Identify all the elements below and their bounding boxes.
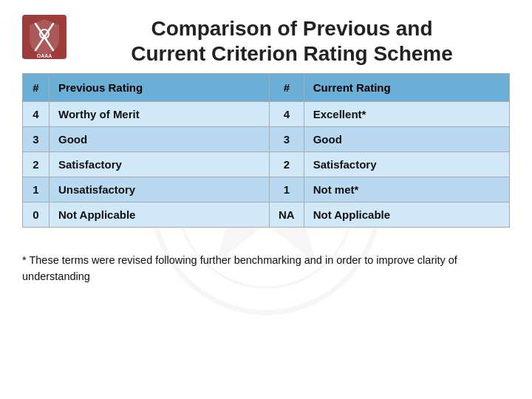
cell-prev-num: 2 xyxy=(23,152,50,177)
header-curr-num: # xyxy=(270,74,304,102)
title-line1: Comparison of Previous and xyxy=(151,17,432,40)
cell-prev-num: 3 xyxy=(23,127,50,152)
svg-text:OAAA: OAAA xyxy=(37,53,52,58)
header: OAAA Comparison of Previous and Current … xyxy=(0,0,532,73)
cell-curr-num: 3 xyxy=(270,127,304,152)
logo-area: OAAA xyxy=(15,13,74,61)
cell-curr-num: NA xyxy=(270,202,304,228)
content-area: # Previous Rating # Current Rating 4Wort… xyxy=(0,73,532,239)
cell-prev-label: Worthy of Merit xyxy=(50,102,270,127)
cell-curr-label: Excellent* xyxy=(304,102,509,127)
table-row: 3Good3Good xyxy=(23,127,510,152)
page-title: Comparison of Previous and Current Crite… xyxy=(74,16,510,66)
cell-curr-num: 2 xyxy=(270,152,304,177)
table-wrapper: # Previous Rating # Current Rating 4Wort… xyxy=(22,73,510,228)
cell-prev-label: Satisfactory xyxy=(50,152,270,177)
table-row: 1Unsatisfactory1Not met* xyxy=(23,177,510,202)
table-row: 0Not ApplicableNANot Applicable xyxy=(23,202,510,228)
table-row: 2Satisfactory2Satisfactory xyxy=(23,152,510,177)
cell-prev-num: 1 xyxy=(23,177,50,202)
footnote: * These terms were revised following fur… xyxy=(0,253,532,285)
cell-curr-num: 1 xyxy=(270,177,304,202)
header-prev-num: # xyxy=(23,74,50,102)
cell-curr-label: Not Applicable xyxy=(304,202,509,228)
oaaa-logo: OAAA xyxy=(21,13,68,61)
cell-prev-label: Unsatisfactory xyxy=(50,177,270,202)
title-area: Comparison of Previous and Current Crite… xyxy=(74,13,510,66)
page: OAAA Comparison of Previous and Current … xyxy=(0,0,532,399)
cell-prev-num: 4 xyxy=(23,102,50,127)
cell-curr-label: Not met* xyxy=(304,177,509,202)
cell-curr-num: 4 xyxy=(270,102,304,127)
comparison-table: # Previous Rating # Current Rating 4Wort… xyxy=(22,73,510,228)
header-curr-label: Current Rating xyxy=(304,74,509,102)
cell-curr-label: Satisfactory xyxy=(304,152,509,177)
cell-curr-label: Good xyxy=(304,127,509,152)
header-prev-label: Previous Rating xyxy=(50,74,270,102)
cell-prev-num: 0 xyxy=(23,202,50,228)
table-header-row: # Previous Rating # Current Rating xyxy=(23,74,510,102)
cell-prev-label: Not Applicable xyxy=(50,202,270,228)
cell-prev-label: Good xyxy=(50,127,270,152)
table-row: 4Worthy of Merit4Excellent* xyxy=(23,102,510,127)
title-line2: Current Criterion Rating Scheme xyxy=(131,42,453,65)
